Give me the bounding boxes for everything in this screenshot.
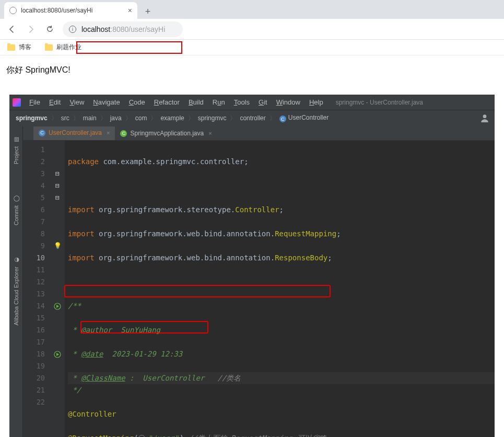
browser-tab-strip: localhost:8080/user/sayHi × +: [0, 0, 504, 19]
page-body: 你好 SpringMVC!: [0, 55, 504, 85]
fold-icon[interactable]: ⊟: [50, 168, 65, 180]
svg-point-0: [483, 114, 487, 118]
folder-icon: [45, 44, 53, 51]
info-icon[interactable]: i: [69, 26, 76, 33]
user-icon[interactable]: [480, 113, 489, 123]
bookmark-label: 博客: [19, 43, 31, 52]
menu-tools[interactable]: Tools: [230, 97, 253, 107]
globe-icon: [138, 435, 145, 437]
menu-view[interactable]: View: [66, 97, 88, 107]
rail-alibaba[interactable]: Alibaba Cloud Explorer ◐: [13, 257, 19, 326]
gutter-marks: ⊟ ⊟ ⊟ 💡: [50, 141, 65, 437]
forward-button[interactable]: [23, 21, 39, 37]
bookmarks-bar: 博客 刷题作业: [0, 40, 504, 55]
editor-tab[interactable]: C SpringmvcApplication.java ×: [115, 126, 217, 140]
globe-icon: [9, 7, 17, 14]
browser-tab[interactable]: localhost:8080/user/sayHi ×: [4, 2, 137, 19]
menu-run[interactable]: Run: [209, 97, 229, 107]
run-icon[interactable]: [54, 303, 61, 310]
ide-window: File Edit View Navigate Code Refactor Bu…: [9, 95, 495, 437]
crumb[interactable]: java: [109, 114, 123, 122]
menu-git[interactable]: Git: [255, 97, 271, 107]
new-tab-button[interactable]: +: [140, 4, 155, 19]
bulb-icon[interactable]: 💡: [54, 240, 62, 252]
menu-help[interactable]: Help: [306, 97, 327, 107]
cloud-icon: ◐: [13, 257, 19, 263]
code-text[interactable]: package com.example.springmvc.controller…: [65, 141, 495, 437]
tab-name: UserController.java: [49, 129, 102, 136]
editor-tab[interactable]: C UserController.java ×: [33, 126, 115, 140]
crumb[interactable]: com: [134, 114, 148, 122]
tab-title: localhost:8080/user/sayHi: [21, 7, 124, 14]
close-icon[interactable]: ×: [107, 130, 110, 136]
ide-window-title: springmvc - UserController.java: [336, 99, 423, 106]
crumb[interactable]: main: [82, 114, 98, 122]
url-text: localhost:8080/user/sayHi: [81, 25, 165, 33]
browser-toolbar: i localhost:8080/user/sayHi: [0, 19, 504, 40]
crumb[interactable]: controller: [239, 114, 266, 122]
class-icon: C: [279, 116, 286, 122]
menu-code[interactable]: Code: [125, 97, 149, 107]
crumb[interactable]: springmvc: [197, 114, 228, 122]
menu-file[interactable]: File: [26, 97, 44, 107]
commit-icon: ◯: [13, 196, 19, 202]
class-icon: C: [120, 130, 127, 137]
editor-tab-bar: C UserController.java × C SpringmvcAppli…: [23, 126, 495, 141]
menu-refactor[interactable]: Refactor: [150, 97, 183, 107]
folder-icon: [7, 44, 15, 51]
rail-commit[interactable]: Commit ◯: [13, 196, 19, 225]
fold-icon[interactable]: ⊟: [50, 192, 65, 204]
back-button[interactable]: [4, 21, 20, 37]
close-icon[interactable]: ×: [128, 6, 132, 15]
ide-breadcrumbs: springmvc〉 src〉 main〉 java〉 com〉 example…: [9, 110, 495, 126]
run-icon[interactable]: [54, 351, 61, 358]
menu-edit[interactable]: Edit: [45, 97, 64, 107]
crumb[interactable]: src: [60, 114, 71, 122]
tool-window-bar: Project ▥ Commit ◯ Alibaba Cloud Explore…: [9, 126, 23, 437]
rail-project[interactable]: Project ▥: [13, 136, 19, 164]
crumb[interactable]: springmvc: [15, 114, 49, 122]
close-icon[interactable]: ×: [208, 130, 212, 136]
tab-name: SpringmvcApplication.java: [130, 130, 204, 137]
fold-icon[interactable]: ⊟: [50, 180, 65, 192]
menu-navigate[interactable]: Navigate: [89, 97, 123, 107]
intellij-icon: [13, 98, 21, 107]
code-editor[interactable]: 1234 5678 9101112 13141516 17181920 2122…: [23, 141, 495, 437]
crumb[interactable]: example: [159, 114, 185, 122]
project-icon: ▥: [13, 136, 19, 143]
ide-menubar: File Edit View Navigate Code Refactor Bu…: [9, 95, 495, 110]
crumb-class[interactable]: CUserController: [278, 114, 330, 123]
url-highlight-box: [76, 41, 182, 54]
page-text: 你好 SpringMVC!: [6, 65, 71, 74]
menu-window[interactable]: Window: [273, 97, 304, 107]
menu-build[interactable]: Build: [185, 97, 207, 107]
class-icon: C: [39, 130, 45, 136]
line-number-gutter: 1234 5678 9101112 13141516 17181920 2122: [23, 141, 50, 437]
address-bar[interactable]: i localhost:8080/user/sayHi: [63, 21, 183, 37]
bookmark-item[interactable]: 博客: [7, 43, 31, 52]
reload-button[interactable]: [42, 21, 57, 37]
